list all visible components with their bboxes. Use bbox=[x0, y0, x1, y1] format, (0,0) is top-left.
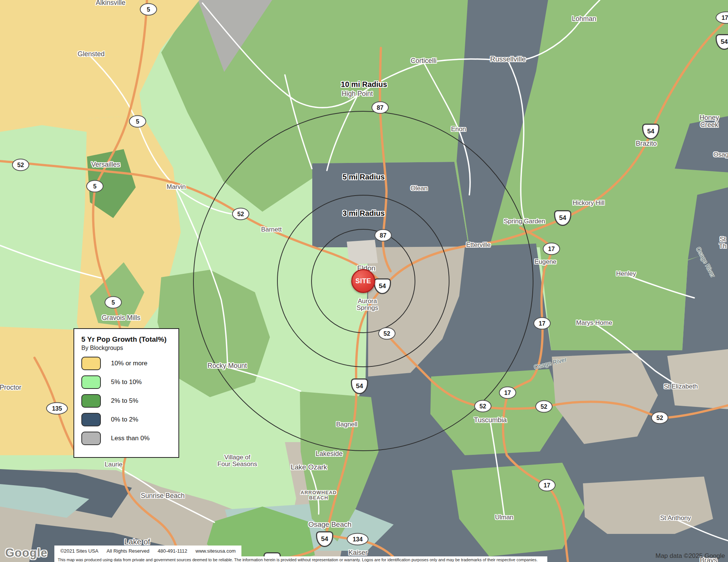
legend-swatch-5-to-10 bbox=[81, 375, 101, 389]
route-shield-135: 135 bbox=[46, 402, 68, 415]
town-label-alkinsville: Alkinsville bbox=[96, 0, 125, 7]
route-shield-5: 5 bbox=[105, 296, 122, 309]
town-label-arrowhead-beach: ARROWHEAD BEACH bbox=[301, 490, 337, 501]
town-label-high-point: High Point bbox=[342, 90, 373, 97]
route-shield-17: 17 bbox=[533, 317, 551, 330]
town-label-osage-beach: Osage Beach bbox=[308, 521, 351, 529]
legend-item-10-or-more: 10% or more bbox=[81, 357, 175, 370]
footer-rights: All Rights Reserved bbox=[106, 548, 149, 554]
route-shield-52: 52 bbox=[651, 412, 668, 424]
town-label-aurora-springs: Aurora Springs bbox=[357, 298, 378, 312]
town-label-olean: Olean bbox=[410, 185, 427, 192]
town-label-corticelli: Corticelli bbox=[410, 57, 436, 64]
footer-disclaimer-bar: This map was produced using data from pr… bbox=[54, 556, 547, 562]
radius-label-5-mi-radius: 5 mi Radius bbox=[343, 173, 385, 181]
town-label-st-anthony: St Anthony bbox=[660, 515, 691, 522]
footer-copyright: ©2021 Sites USA bbox=[60, 548, 98, 554]
town-label-eugene: Eugene bbox=[535, 259, 557, 265]
town-label-russellville: Russellville bbox=[490, 55, 526, 63]
legend-swatch-less-than-0 bbox=[81, 432, 101, 445]
town-label-tuscumbia: Tuscumbia bbox=[474, 417, 506, 424]
footer-website: www.sitesusa.com bbox=[196, 548, 236, 554]
radius-label-10-mi-radius: 10 mi Radius bbox=[341, 80, 387, 89]
route-shield-52: 52 bbox=[535, 401, 553, 413]
legend-item-5-to-10: 5% to 10% bbox=[81, 375, 175, 389]
legend-label-less-than-0: Less than 0% bbox=[111, 435, 150, 442]
route-shield-54: 54 bbox=[554, 210, 571, 226]
route-shield-54: 54 bbox=[716, 34, 728, 50]
radius-label-3-mi-radius: 3 mi Radius bbox=[343, 209, 385, 218]
route-shield-54: 54 bbox=[642, 124, 659, 139]
town-label-st-th: St Th bbox=[719, 236, 727, 250]
route-shield-5: 5 bbox=[129, 115, 146, 128]
legend-swatch-0-to-2 bbox=[81, 413, 101, 426]
route-shield-134: 134 bbox=[347, 533, 368, 546]
route-shield-5: 5 bbox=[86, 180, 103, 193]
route-shield-52: 52 bbox=[378, 327, 395, 340]
town-label-marvin: Marvin bbox=[166, 184, 186, 190]
route-shield-52: 52 bbox=[474, 400, 491, 413]
map-attribution: Map data ©2025 Google bbox=[656, 552, 725, 560]
legend-label-10-or-more: 10% or more bbox=[111, 360, 147, 367]
route-shield-52: 52 bbox=[12, 159, 29, 171]
legend-label-0-to-2: 0% to 2% bbox=[111, 416, 138, 423]
town-label-bagnell: Bagnell bbox=[336, 421, 358, 428]
route-shield-17: 17 bbox=[538, 479, 556, 492]
town-label-honey-creek: Honey Creek bbox=[700, 114, 719, 129]
route-shield-179: 179 bbox=[716, 12, 728, 24]
town-label-laurie: Laurie bbox=[105, 461, 122, 468]
footer-copyright-bar: ©2021 Sites USA All Rights Reserved 480-… bbox=[54, 546, 241, 556]
route-shield-5: 5 bbox=[140, 3, 157, 16]
town-label-barnett: Barnett bbox=[261, 226, 282, 233]
legend-items: 10% or more5% to 10%2% to 5%0% to 2%Less… bbox=[81, 357, 175, 445]
legend-label-2-to-5: 2% to 5% bbox=[111, 397, 138, 405]
town-label-village-of-four-seasons: Village of Four Seasons bbox=[217, 454, 257, 468]
town-label-ulman: Ulman bbox=[495, 514, 513, 521]
town-label-enon: Enon bbox=[451, 126, 466, 133]
legend-title: 5 Yr Pop Growth (Total%) bbox=[81, 335, 175, 344]
footer-disclaimer: This map was produced using data from pr… bbox=[58, 558, 538, 562]
legend: 5 Yr Pop Growth (Total%) By Blockgroups … bbox=[73, 328, 179, 458]
site-marker: SITE bbox=[351, 269, 375, 293]
river-label-osage-river: Osage River bbox=[695, 246, 716, 279]
town-label-rocky-mount: Rocky Mount bbox=[207, 362, 247, 369]
town-label-st-elizabeth: St Elizabeth bbox=[664, 383, 698, 390]
map-canvas[interactable]: AlkinsvilleGlenstedVersaillesMarvinBarne… bbox=[0, 0, 728, 562]
legend-item-less-than-0: Less than 0% bbox=[81, 432, 175, 445]
legend-subtitle: By Blockgroups bbox=[81, 345, 175, 351]
town-label-gravois-mills: Gravois Mills bbox=[102, 314, 140, 321]
town-label-lake-ozark: Lake Ozark bbox=[291, 463, 327, 471]
town-label-osage: Osage bbox=[713, 151, 728, 158]
route-shield-52: 52 bbox=[232, 208, 249, 220]
legend-swatch-2-to-5 bbox=[81, 394, 101, 408]
town-label-lohman: Lohman bbox=[572, 15, 596, 22]
legend-swatch-10-or-more bbox=[81, 357, 101, 370]
town-label-marys-home: Marys Home bbox=[576, 320, 612, 326]
town-label-spring-garden: Spring Garden bbox=[504, 218, 545, 225]
river-label-osage-river: Osage River bbox=[533, 356, 568, 371]
town-label-sunrise-beach: Sunrise Beach bbox=[141, 492, 184, 499]
town-label-kaiser: Kaiser bbox=[348, 549, 367, 556]
legend-item-0-to-2: 0% to 2% bbox=[81, 413, 175, 426]
route-shield-87: 87 bbox=[371, 102, 389, 114]
legend-item-2-to-5: 2% to 5% bbox=[81, 394, 175, 408]
route-shield-87: 87 bbox=[374, 229, 392, 242]
footer-phone: 480-491-1112 bbox=[158, 548, 187, 554]
route-shield-54: 54 bbox=[374, 278, 391, 294]
route-shield-17: 17 bbox=[543, 243, 560, 255]
route-shield-54: 54 bbox=[316, 531, 333, 547]
town-label-brazito: Brazito bbox=[636, 140, 657, 147]
town-label-hickory-hill: Hickory Hill bbox=[573, 200, 605, 206]
town-label-etterville: Etterville bbox=[466, 242, 490, 248]
route-shield-17: 17 bbox=[499, 387, 516, 399]
legend-label-5-to-10: 5% to 10% bbox=[111, 378, 142, 386]
town-label-lakeside: Lakeside bbox=[316, 450, 343, 457]
google-logo: Google bbox=[5, 546, 48, 560]
site-marker-label: SITE bbox=[355, 277, 371, 285]
town-label-proctor: Proctor bbox=[0, 384, 21, 391]
route-shield-54: 54 bbox=[351, 378, 368, 394]
town-label-henley: Henley bbox=[616, 271, 636, 277]
town-label-versailles: Versailles bbox=[91, 161, 120, 168]
town-label-glensted: Glensted bbox=[78, 51, 105, 58]
